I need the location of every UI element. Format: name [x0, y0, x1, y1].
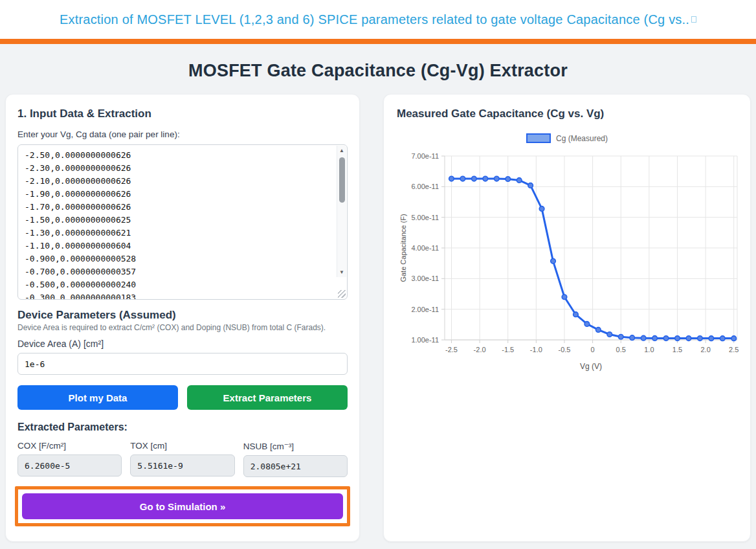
textarea-scrollbar[interactable]: ▲ ▼	[337, 146, 346, 277]
svg-text:1.00e-11: 1.00e-11	[411, 336, 439, 344]
main-columns: 1. Input Data & Extraction Enter your Vg…	[0, 94, 756, 542]
chart-panel: Measured Gate Capacitance (Cg vs. Vg) Cg…	[383, 94, 751, 542]
svg-text:-1.5: -1.5	[502, 346, 514, 353]
banner-title: Extraction of MOSFET LEVEL (1,2,3 and 6)…	[60, 12, 689, 27]
scrollbar-thumb[interactable]	[339, 157, 345, 203]
svg-text:Vg (V): Vg (V)	[580, 362, 602, 371]
orange-divider-bar	[0, 39, 756, 44]
top-banner: Extraction of MOSFET LEVEL (1,2,3 and 6)…	[0, 0, 756, 39]
legend-color-swatch	[526, 133, 551, 143]
extract-parameters-button[interactable]: Extract Parameters	[187, 385, 348, 410]
action-button-row: Plot my Data Extract Parameters	[17, 385, 348, 410]
svg-text:-0.5: -0.5	[559, 346, 571, 353]
svg-text:0.5: 0.5	[616, 346, 626, 353]
extracted-params-heading: Extracted Parameters:	[17, 421, 348, 433]
nsub-field-group: NSUB [cm⁻³]	[243, 441, 348, 477]
svg-text:1.0: 1.0	[644, 346, 654, 353]
svg-text:-2.5: -2.5	[445, 346, 458, 353]
input-panel: 1. Input Data & Extraction Enter your Vg…	[5, 94, 360, 542]
truncated-text-icon	[691, 16, 696, 23]
textarea-resize-grip-icon[interactable]	[338, 290, 346, 298]
cg-vg-chart-canvas[interactable]: 7.00e-116.00e-115.00e-114.00e-113.00e-11…	[397, 148, 742, 374]
nsub-value-field	[243, 455, 348, 477]
highlight-annotation-box: Go to Simulation »	[15, 486, 350, 526]
tox-value-field	[130, 454, 234, 476]
cox-label: COX [F/cm²]	[17, 441, 122, 451]
svg-text:-1.0: -1.0	[530, 346, 542, 353]
svg-text:3.00e-11: 3.00e-11	[411, 274, 439, 282]
data-textarea-wrap: -2.50,0.0000000000626 -2.30,0.0000000000…	[17, 144, 348, 300]
device-params-note: Device Area is required to extract C/cm²…	[17, 323, 348, 332]
cox-value-field	[17, 454, 122, 476]
device-area-input[interactable]	[17, 353, 348, 375]
svg-text:4.00e-11: 4.00e-11	[411, 244, 439, 252]
device-area-label: Device Area (A) [cm²]	[17, 339, 348, 349]
chart-tick-labels: 7.00e-116.00e-115.00e-114.00e-113.00e-11…	[411, 152, 739, 353]
svg-text:2.00e-11: 2.00e-11	[411, 306, 439, 313]
input-panel-heading: 1. Input Data & Extraction	[17, 107, 348, 120]
legend-series-label: Cg (Measured)	[556, 134, 608, 143]
vg-cg-data-textarea[interactable]: -2.50,0.0000000000626 -2.30,0.0000000000…	[17, 144, 348, 300]
nsub-label: NSUB [cm⁻³]	[243, 441, 348, 451]
scrollbar-down-arrow-icon[interactable]: ▼	[337, 267, 347, 277]
chart-gridlines	[445, 156, 737, 340]
svg-text:0: 0	[591, 346, 595, 353]
go-to-simulation-button[interactable]: Go to Simulation »	[22, 493, 343, 519]
svg-text:Gate Capacitance (F): Gate Capacitance (F)	[399, 214, 407, 282]
svg-text:1.5: 1.5	[673, 346, 682, 353]
tox-label: TOX [cm]	[130, 441, 234, 451]
device-params-heading: Device Parameters (Assumed)	[17, 309, 348, 322]
chart-panel-heading: Measured Gate Capacitance (Cg vs. Vg)	[397, 107, 737, 120]
tox-field-group: TOX [cm]	[130, 441, 234, 477]
chart-legend[interactable]: Cg (Measured)	[397, 133, 737, 143]
extracted-params-grid: COX [F/cm²] TOX [cm] NSUB [cm⁻³]	[17, 441, 348, 477]
chart-axis-titles: Vg (V)Gate Capacitance (F)	[399, 214, 602, 371]
svg-text:6.00e-11: 6.00e-11	[411, 183, 439, 190]
svg-text:2.5: 2.5	[729, 346, 739, 353]
page-title: MOSFET Gate Capacitance (Cg-Vg) Extracto…	[0, 61, 756, 81]
data-entry-label: Enter your Vg, Cg data (one pair per lin…	[17, 129, 348, 139]
svg-text:5.00e-11: 5.00e-11	[411, 214, 439, 221]
plot-my-data-button[interactable]: Plot my Data	[17, 385, 178, 410]
cox-field-group: COX [F/cm²]	[17, 441, 122, 477]
scrollbar-up-arrow-icon[interactable]: ▲	[337, 146, 347, 155]
svg-text:2.0: 2.0	[700, 346, 710, 353]
svg-text:7.00e-11: 7.00e-11	[411, 152, 439, 160]
svg-text:-2.0: -2.0	[474, 346, 486, 353]
